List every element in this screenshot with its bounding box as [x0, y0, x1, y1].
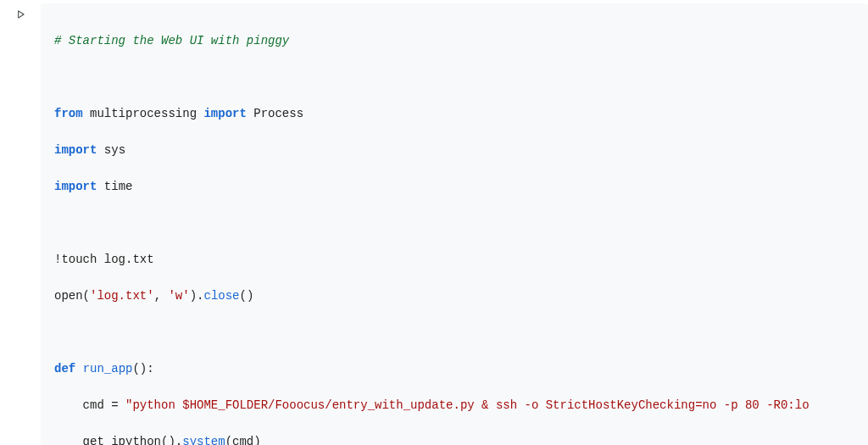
- code-text: (: [83, 289, 90, 303]
- code-text: (cmd): [225, 435, 261, 446]
- code-text: open: [54, 289, 83, 303]
- code-text: ).: [190, 289, 204, 303]
- code-text: ,: [154, 289, 169, 303]
- code-text: sys: [97, 143, 125, 157]
- code-call: close: [203, 289, 239, 303]
- code-keyword: import: [54, 143, 97, 157]
- code-string: 'log.txt': [90, 289, 154, 303]
- cell-gutter: [0, 3, 41, 25]
- code-text: time: [97, 180, 132, 193]
- code-cell: # Starting the Web UI with pinggy from m…: [0, 0, 868, 445]
- code-string: 'w': [168, 289, 189, 303]
- code-text: touch log.txt: [61, 253, 153, 266]
- code-call: system: [182, 435, 225, 446]
- code-keyword: from: [54, 107, 83, 120]
- code-editor[interactable]: # Starting the Web UI with pinggy from m…: [41, 3, 868, 445]
- code-text: cmd =: [54, 398, 125, 412]
- code-funcname: run_app: [83, 362, 133, 375]
- code-text: get_ipython().: [54, 435, 182, 446]
- code-keyword: import: [54, 180, 97, 193]
- code-text: Process: [247, 107, 303, 120]
- code-string: "python $HOME_FOLDER/Fooocus/entry_with_…: [125, 398, 810, 412]
- run-cell-icon[interactable]: [14, 8, 26, 25]
- code-text: multiprocessing: [83, 107, 204, 120]
- code-keyword: def: [54, 362, 75, 375]
- code-comment: # Starting the Web UI with pinggy: [54, 34, 289, 47]
- code-keyword: import: [203, 107, 246, 120]
- code-text: ():: [132, 362, 153, 375]
- code-text: (): [240, 289, 254, 303]
